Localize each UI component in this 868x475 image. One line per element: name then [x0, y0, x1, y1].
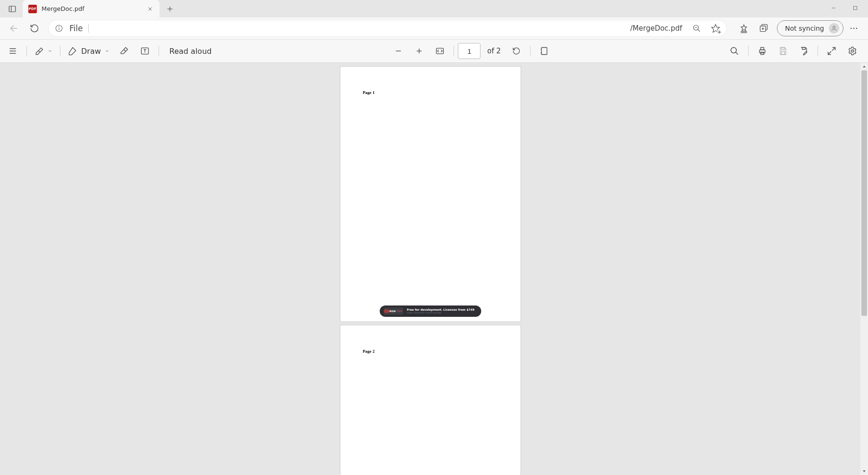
toolbar-separator: [454, 46, 454, 56]
draw-label: Draw: [81, 47, 101, 56]
svg-marker-18: [741, 25, 747, 31]
avatar: [829, 23, 839, 34]
draw-button[interactable]: Draw: [64, 42, 113, 60]
zoom-in-button[interactable]: [409, 42, 429, 60]
svg-rect-47: [782, 48, 785, 50]
svg-line-31: [124, 50, 126, 51]
add-favorite-button[interactable]: [708, 21, 723, 35]
chevron-down-icon: [48, 49, 52, 53]
triangle-up-icon: [862, 64, 867, 69]
maximize-icon: [852, 5, 858, 11]
collections-icon: [759, 24, 768, 33]
new-tab-button[interactable]: [162, 1, 177, 17]
svg-line-43: [736, 52, 738, 55]
highlight-button[interactable]: [31, 42, 56, 60]
zoom-out-button[interactable]: [388, 42, 408, 60]
print-button[interactable]: [752, 42, 772, 60]
settings-button[interactable]: [843, 42, 862, 60]
window-controls: [823, 0, 866, 17]
scroll-thumb[interactable]: [861, 70, 867, 316]
toolbar-right: [725, 42, 865, 60]
pdf-page: Page 1 IRON PDF Free for development. Li…: [340, 67, 521, 322]
tab-strip: PDF MergeDoc.pdf: [0, 0, 868, 17]
page-heading: Page 1: [363, 90, 498, 95]
scroll-down-button[interactable]: [860, 467, 868, 475]
url-path: /MergeDoc.pdf: [630, 24, 682, 33]
toolbar-separator: [817, 46, 818, 56]
watermark-brand-pdf: PDF: [397, 310, 403, 313]
toolbar-separator: [159, 46, 159, 56]
svg-point-24: [833, 26, 835, 28]
tab-close-button[interactable]: [144, 3, 156, 15]
minimize-button[interactable]: [823, 0, 844, 16]
find-button[interactable]: [725, 42, 744, 60]
rotate-button[interactable]: [506, 42, 526, 60]
vertical-scrollbar[interactable]: [860, 63, 868, 475]
svg-point-52: [851, 50, 854, 52]
toolbar-separator: [530, 46, 531, 56]
save-as-button[interactable]: [794, 42, 814, 60]
read-aloud-label: Read aloud: [169, 47, 212, 56]
triangle-down-icon: [862, 469, 867, 474]
url-separator: [88, 24, 89, 33]
profile-sync-button[interactable]: Not syncing: [777, 20, 843, 36]
toolbar-center: of 2: [219, 42, 724, 60]
page-heading: Page 2: [363, 349, 498, 354]
watermark-text: Free for development. Licenses from $749…: [407, 308, 474, 314]
contents-button[interactable]: [3, 42, 23, 60]
svg-marker-53: [863, 66, 866, 68]
svg-point-27: [856, 28, 858, 29]
svg-point-26: [853, 28, 855, 29]
collections-button[interactable]: [754, 19, 773, 37]
svg-point-25: [851, 28, 852, 29]
plus-icon: [166, 5, 174, 13]
maximize-button[interactable]: [844, 0, 866, 16]
page-total-label: of 2: [487, 47, 501, 55]
search-icon: [730, 46, 739, 56]
more-menu-button[interactable]: [844, 19, 863, 37]
toolbar-actions: Not syncing: [732, 19, 863, 37]
pdf-viewport[interactable]: Page 1 IRON PDF Free for development. Li…: [0, 63, 860, 475]
browser-tab[interactable]: PDF MergeDoc.pdf: [23, 0, 160, 17]
add-text-button[interactable]: [135, 42, 155, 60]
ellipsis-icon: [849, 24, 859, 33]
watermark-logo: IRON PDF: [383, 307, 403, 315]
watermark-pill: IRON PDF Free for development. Licenses …: [379, 305, 481, 317]
fit-width-button[interactable]: [430, 42, 450, 60]
svg-rect-49: [802, 48, 806, 50]
svg-rect-46: [761, 52, 764, 55]
highlighter-icon: [34, 46, 44, 56]
read-aloud-button[interactable]: Read aloud: [163, 42, 219, 60]
sync-status-label: Not syncing: [785, 25, 824, 32]
text-box-icon: [140, 46, 150, 56]
page-view-icon: [539, 46, 549, 56]
plus-icon: [415, 47, 423, 55]
close-icon: [147, 6, 153, 12]
svg-point-42: [731, 48, 737, 53]
page-view-button[interactable]: [534, 42, 554, 60]
page-number-input[interactable]: [458, 43, 480, 59]
save-icon: [778, 46, 788, 56]
minimize-icon: [831, 5, 836, 11]
favorites-button[interactable]: [734, 19, 753, 37]
svg-rect-48: [782, 51, 785, 55]
rotate-icon: [512, 46, 521, 56]
site-info-button[interactable]: [53, 23, 65, 34]
expand-icon: [827, 46, 836, 56]
svg-rect-39: [541, 48, 547, 55]
pen-icon: [68, 46, 77, 56]
save-button[interactable]: [773, 42, 793, 60]
tab-actions-button[interactable]: [2, 0, 23, 17]
svg-rect-7: [854, 7, 857, 10]
erase-button[interactable]: [114, 42, 134, 60]
svg-marker-54: [863, 470, 866, 472]
fullscreen-button[interactable]: [822, 42, 842, 60]
zoom-reset-button[interactable]: [690, 21, 704, 35]
refresh-button[interactable]: [25, 19, 43, 37]
refresh-icon: [30, 24, 39, 33]
watermark-brand-iron: IRON: [388, 310, 396, 313]
back-button[interactable]: [5, 19, 23, 37]
scroll-up-button[interactable]: [860, 63, 868, 70]
watermark-logo-mark: [384, 309, 388, 313]
url-omnibox[interactable]: File /MergeDoc.pdf: [48, 20, 727, 37]
